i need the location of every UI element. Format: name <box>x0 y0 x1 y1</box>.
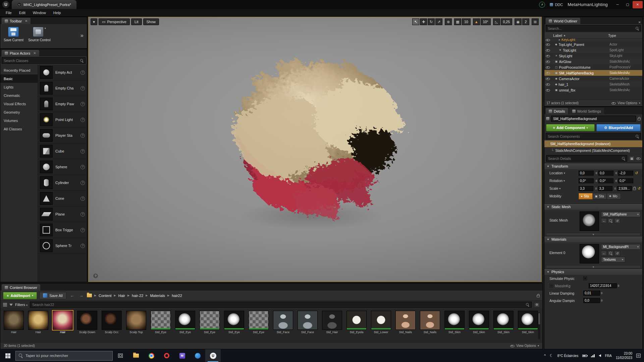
save-current-button[interactable]: Save Current <box>4 27 23 42</box>
help-icon[interactable]: ? <box>80 181 85 185</box>
visibility-eye-icon[interactable] <box>546 49 550 52</box>
point-light-icon[interactable]: Point Light ? <box>38 112 87 128</box>
world-settings-tab[interactable]: World Settings <box>569 108 604 114</box>
asset-tile[interactable]: Std_Face <box>297 311 318 342</box>
cylinder-icon[interactable]: Cylinder ? <box>38 175 87 191</box>
lock-icon[interactable] <box>638 118 641 120</box>
visibility-eye-icon[interactable] <box>546 66 550 69</box>
help-icon[interactable]: ? <box>80 149 85 154</box>
physics-value-field[interactable]: 0,01 <box>583 291 600 296</box>
back-arrow-icon[interactable]: ← <box>69 292 75 299</box>
material-thumbnail[interactable] <box>580 244 599 263</box>
physics-value-field[interactable]: 0,0 <box>583 298 600 303</box>
empty-character-icon[interactable]: Empty Cha ? <box>38 80 87 96</box>
plane-icon[interactable]: Plane ? <box>38 206 87 222</box>
source-control-button[interactable]: ▾ Source Control <box>28 27 51 42</box>
maximize-viewport-icon[interactable]: ⊞ <box>532 18 539 25</box>
content-search[interactable] <box>30 302 532 308</box>
media-app-icon[interactable] <box>190 349 205 362</box>
category-item[interactable]: Recently Placed <box>0 66 38 74</box>
cone-icon[interactable]: Cone ? <box>38 191 87 206</box>
help-icon[interactable]: ? <box>80 86 85 90</box>
category-item[interactable]: Basic <box>0 74 38 83</box>
category-item[interactable]: Cinematic <box>0 91 38 100</box>
override-checkbox[interactable] <box>549 284 553 288</box>
z-value-field[interactable]: 0,0° <box>618 178 633 183</box>
details-search[interactable] <box>546 155 627 162</box>
reset-asset-icon[interactable]: ↺ <box>614 251 620 256</box>
y-spinner[interactable] <box>615 180 617 182</box>
viewport[interactable]: ▾ ▭ Perspective Lit Show ↖✚↻⇗⊕▦10▲10°◺0,… <box>88 17 542 282</box>
actor-name-field[interactable]: SM_HalfSphereBackground <box>551 116 636 122</box>
details-tab[interactable]: Details <box>546 108 568 114</box>
outliner-view-options[interactable]: View Options ▾ <box>611 101 640 105</box>
cube-icon[interactable]: Cube ? <box>38 143 87 159</box>
asset-tile[interactable]: Std_Eyela <box>346 311 367 342</box>
reset-to-default-icon[interactable]: ↺ <box>638 186 641 191</box>
asset-grid-scrollbar[interactable] <box>538 312 540 339</box>
filters-button[interactable]: Filters ▾ <box>15 303 28 307</box>
x-spinner[interactable] <box>595 187 597 190</box>
taskbar-search[interactable] <box>15 351 113 361</box>
search-classes-input[interactable] <box>4 59 79 63</box>
materials-section-header[interactable]: ▼Materials <box>544 236 642 242</box>
breadcrumb-item[interactable]: ▶ Hair <box>114 294 125 298</box>
live-coding-icon[interactable]: ⚡ <box>539 2 545 8</box>
filter-funnel-icon[interactable] <box>9 304 13 306</box>
material-asset-dropdown[interactable]: MI_BackgoundPl▾ <box>601 244 641 250</box>
asset-tile[interactable]: Std_Eye <box>248 311 269 342</box>
surface-snap-icon[interactable]: ▲ <box>473 18 480 25</box>
search-components-input[interactable] <box>548 134 634 138</box>
grid-snap-icon[interactable]: ▦ <box>454 18 461 25</box>
select-tool-icon[interactable]: ↖ <box>412 18 419 25</box>
menu-item[interactable]: Help <box>50 10 65 16</box>
transform-section-header[interactable]: ▼Transform <box>544 163 642 169</box>
category-item[interactable]: Geometry <box>0 108 38 116</box>
network-signal-icon[interactable] <box>591 354 595 357</box>
lit-button[interactable]: Lit <box>131 18 142 25</box>
use-selected-asset-icon[interactable]: ← <box>601 218 607 223</box>
asset-tile[interactable]: Scalp Occ <box>101 311 122 342</box>
visibility-eye-icon[interactable] <box>546 88 550 92</box>
hidden-icons-chevron[interactable]: ^ <box>544 354 546 358</box>
components-search[interactable] <box>546 133 641 139</box>
x-spinner[interactable] <box>595 172 597 174</box>
help-icon[interactable]: ? <box>80 118 85 122</box>
asset-tile[interactable]: Std_Eye <box>199 311 220 342</box>
asset-tile[interactable]: Std_Skin <box>517 311 539 342</box>
outliner-column-header[interactable]: Label ▲ Type <box>544 33 642 39</box>
mobility-movable[interactable]: ✚ Mo <box>607 193 621 199</box>
ddc-status[interactable]: DDC <box>550 3 563 7</box>
task-view-icon[interactable] <box>113 349 128 362</box>
save-all-button[interactable]: Save All <box>39 292 66 299</box>
content-browser-tab[interactable]: Content Browser <box>2 284 40 291</box>
asset-tile[interactable]: Std_Eye <box>223 311 245 342</box>
asset-tile[interactable]: Std_Lower <box>370 311 392 342</box>
visibility-eye-icon[interactable] <box>546 39 550 42</box>
grid-snap-value[interactable]: 10 <box>462 18 471 25</box>
visibility-eye-icon[interactable] <box>546 77 550 80</box>
breadcrumb-item[interactable]: ▶ hair-22 <box>127 294 143 298</box>
show-button[interactable]: Show <box>143 18 159 25</box>
asset-tile[interactable]: Std_Skin <box>468 311 490 342</box>
browse-to-asset-icon[interactable] <box>608 218 613 223</box>
rotate-tool-icon[interactable]: ↻ <box>428 18 435 25</box>
asset-tile[interactable]: Hair <box>3 311 24 342</box>
sources-panel-icon[interactable] <box>3 303 7 306</box>
chrome-icon[interactable] <box>144 349 159 362</box>
menu-item[interactable]: Window <box>29 10 50 16</box>
category-item[interactable]: Visual Effects <box>0 100 38 108</box>
mobility-stationary[interactable]: ▣ Sta <box>593 193 607 199</box>
camera-speed-icon[interactable]: ◉ <box>515 18 522 25</box>
scale-snap-value[interactable]: 0,25 <box>501 18 512 25</box>
camera-speed-value[interactable]: 2 <box>522 18 529 25</box>
y-spinner[interactable] <box>614 187 616 190</box>
sphere-trigger-icon[interactable]: Sphere Tr ? <box>38 238 87 254</box>
folder-icon[interactable] <box>87 294 92 297</box>
physics-section-header[interactable]: ▼Physics <box>544 268 642 275</box>
asset-tile[interactable]: Std_Nails <box>395 311 416 342</box>
camera-icon[interactable]: ◉ CameraActor CameraActor <box>544 76 642 81</box>
empty-pawn-icon[interactable]: Empty Paw ? <box>38 96 87 112</box>
viewport-help-icon[interactable]: ? <box>93 274 98 278</box>
static-mesh-asset-dropdown[interactable]: SM_HalfSphere▾ <box>601 212 641 217</box>
